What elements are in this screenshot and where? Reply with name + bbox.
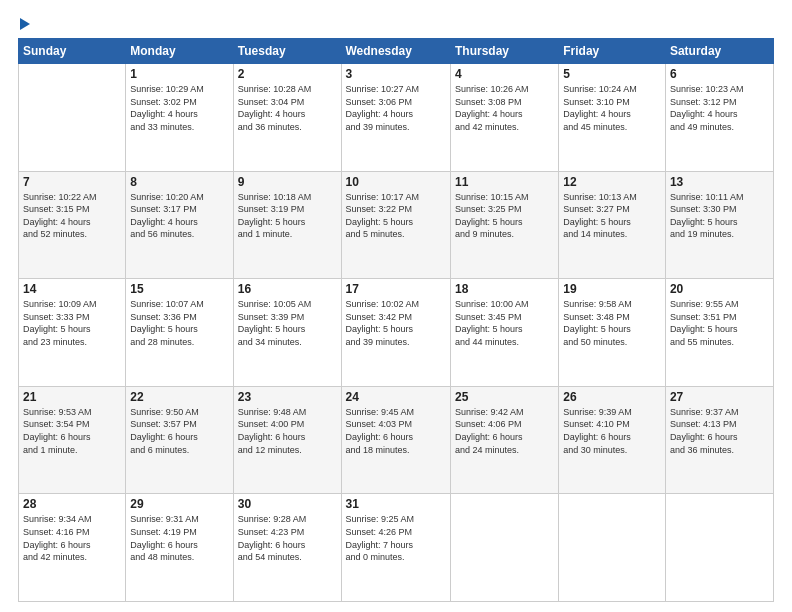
weekday-header-thursday: Thursday [450, 39, 558, 64]
calendar-cell: 30Sunrise: 9:28 AMSunset: 4:23 PMDayligh… [233, 494, 341, 602]
calendar-cell: 9Sunrise: 10:18 AMSunset: 3:19 PMDayligh… [233, 171, 341, 279]
day-info: Sunrise: 9:34 AMSunset: 4:16 PMDaylight:… [23, 513, 121, 563]
weekday-header-monday: Monday [126, 39, 233, 64]
calendar-cell: 22Sunrise: 9:50 AMSunset: 3:57 PMDayligh… [126, 386, 233, 494]
day-info: Sunrise: 9:28 AMSunset: 4:23 PMDaylight:… [238, 513, 337, 563]
calendar-cell: 18Sunrise: 10:00 AMSunset: 3:45 PMDaylig… [450, 279, 558, 387]
logo [18, 16, 30, 30]
day-number: 10 [346, 175, 446, 189]
day-number: 29 [130, 497, 228, 511]
weekday-header-sunday: Sunday [19, 39, 126, 64]
day-number: 3 [346, 67, 446, 81]
calendar-cell: 10Sunrise: 10:17 AMSunset: 3:22 PMDaylig… [341, 171, 450, 279]
calendar-cell [665, 494, 773, 602]
day-info: Sunrise: 10:28 AMSunset: 3:04 PMDaylight… [238, 83, 337, 133]
calendar-cell: 25Sunrise: 9:42 AMSunset: 4:06 PMDayligh… [450, 386, 558, 494]
calendar-cell: 31Sunrise: 9:25 AMSunset: 4:26 PMDayligh… [341, 494, 450, 602]
weekday-header-saturday: Saturday [665, 39, 773, 64]
calendar-cell: 15Sunrise: 10:07 AMSunset: 3:36 PMDaylig… [126, 279, 233, 387]
day-info: Sunrise: 9:39 AMSunset: 4:10 PMDaylight:… [563, 406, 661, 456]
day-info: Sunrise: 10:11 AMSunset: 3:30 PMDaylight… [670, 191, 769, 241]
day-info: Sunrise: 10:09 AMSunset: 3:33 PMDaylight… [23, 298, 121, 348]
day-info: Sunrise: 10:13 AMSunset: 3:27 PMDaylight… [563, 191, 661, 241]
day-info: Sunrise: 9:55 AMSunset: 3:51 PMDaylight:… [670, 298, 769, 348]
week-row-3: 14Sunrise: 10:09 AMSunset: 3:33 PMDaylig… [19, 279, 774, 387]
day-info: Sunrise: 10:23 AMSunset: 3:12 PMDaylight… [670, 83, 769, 133]
day-info: Sunrise: 10:05 AMSunset: 3:39 PMDaylight… [238, 298, 337, 348]
day-number: 19 [563, 282, 661, 296]
calendar-cell: 17Sunrise: 10:02 AMSunset: 3:42 PMDaylig… [341, 279, 450, 387]
day-number: 14 [23, 282, 121, 296]
day-number: 22 [130, 390, 228, 404]
calendar-cell: 3Sunrise: 10:27 AMSunset: 3:06 PMDayligh… [341, 64, 450, 172]
day-info: Sunrise: 9:25 AMSunset: 4:26 PMDaylight:… [346, 513, 446, 563]
day-number: 25 [455, 390, 554, 404]
week-row-2: 7Sunrise: 10:22 AMSunset: 3:15 PMDayligh… [19, 171, 774, 279]
day-number: 30 [238, 497, 337, 511]
weekday-header-row: SundayMondayTuesdayWednesdayThursdayFrid… [19, 39, 774, 64]
day-number: 24 [346, 390, 446, 404]
calendar-cell: 4Sunrise: 10:26 AMSunset: 3:08 PMDayligh… [450, 64, 558, 172]
calendar-table: SundayMondayTuesdayWednesdayThursdayFrid… [18, 38, 774, 602]
calendar-cell: 20Sunrise: 9:55 AMSunset: 3:51 PMDayligh… [665, 279, 773, 387]
day-number: 26 [563, 390, 661, 404]
week-row-1: 1Sunrise: 10:29 AMSunset: 3:02 PMDayligh… [19, 64, 774, 172]
day-info: Sunrise: 10:00 AMSunset: 3:45 PMDaylight… [455, 298, 554, 348]
day-number: 5 [563, 67, 661, 81]
day-number: 6 [670, 67, 769, 81]
day-info: Sunrise: 9:48 AMSunset: 4:00 PMDaylight:… [238, 406, 337, 456]
calendar-cell: 6Sunrise: 10:23 AMSunset: 3:12 PMDayligh… [665, 64, 773, 172]
day-info: Sunrise: 10:17 AMSunset: 3:22 PMDaylight… [346, 191, 446, 241]
day-number: 9 [238, 175, 337, 189]
day-number: 20 [670, 282, 769, 296]
day-number: 27 [670, 390, 769, 404]
day-info: Sunrise: 10:22 AMSunset: 3:15 PMDaylight… [23, 191, 121, 241]
day-info: Sunrise: 10:24 AMSunset: 3:10 PMDaylight… [563, 83, 661, 133]
calendar-cell: 23Sunrise: 9:48 AMSunset: 4:00 PMDayligh… [233, 386, 341, 494]
day-info: Sunrise: 10:15 AMSunset: 3:25 PMDaylight… [455, 191, 554, 241]
day-number: 23 [238, 390, 337, 404]
day-number: 16 [238, 282, 337, 296]
day-info: Sunrise: 10:29 AMSunset: 3:02 PMDaylight… [130, 83, 228, 133]
page: SundayMondayTuesdayWednesdayThursdayFrid… [0, 0, 792, 612]
calendar-cell: 5Sunrise: 10:24 AMSunset: 3:10 PMDayligh… [559, 64, 666, 172]
calendar-cell: 8Sunrise: 10:20 AMSunset: 3:17 PMDayligh… [126, 171, 233, 279]
calendar-cell: 7Sunrise: 10:22 AMSunset: 3:15 PMDayligh… [19, 171, 126, 279]
day-number: 8 [130, 175, 228, 189]
calendar-cell: 27Sunrise: 9:37 AMSunset: 4:13 PMDayligh… [665, 386, 773, 494]
day-number: 18 [455, 282, 554, 296]
calendar-cell: 26Sunrise: 9:39 AMSunset: 4:10 PMDayligh… [559, 386, 666, 494]
week-row-5: 28Sunrise: 9:34 AMSunset: 4:16 PMDayligh… [19, 494, 774, 602]
day-info: Sunrise: 9:45 AMSunset: 4:03 PMDaylight:… [346, 406, 446, 456]
week-row-4: 21Sunrise: 9:53 AMSunset: 3:54 PMDayligh… [19, 386, 774, 494]
calendar-cell: 13Sunrise: 10:11 AMSunset: 3:30 PMDaylig… [665, 171, 773, 279]
calendar-cell: 11Sunrise: 10:15 AMSunset: 3:25 PMDaylig… [450, 171, 558, 279]
calendar-cell: 19Sunrise: 9:58 AMSunset: 3:48 PMDayligh… [559, 279, 666, 387]
calendar-cell: 14Sunrise: 10:09 AMSunset: 3:33 PMDaylig… [19, 279, 126, 387]
day-info: Sunrise: 9:37 AMSunset: 4:13 PMDaylight:… [670, 406, 769, 456]
logo-arrow-icon [20, 18, 30, 30]
weekday-header-tuesday: Tuesday [233, 39, 341, 64]
day-number: 11 [455, 175, 554, 189]
calendar-cell [559, 494, 666, 602]
day-info: Sunrise: 10:07 AMSunset: 3:36 PMDaylight… [130, 298, 228, 348]
weekday-header-friday: Friday [559, 39, 666, 64]
day-info: Sunrise: 10:26 AMSunset: 3:08 PMDaylight… [455, 83, 554, 133]
calendar-cell [19, 64, 126, 172]
day-number: 17 [346, 282, 446, 296]
day-info: Sunrise: 10:20 AMSunset: 3:17 PMDaylight… [130, 191, 228, 241]
day-number: 1 [130, 67, 228, 81]
calendar-cell: 16Sunrise: 10:05 AMSunset: 3:39 PMDaylig… [233, 279, 341, 387]
day-number: 4 [455, 67, 554, 81]
day-info: Sunrise: 9:53 AMSunset: 3:54 PMDaylight:… [23, 406, 121, 456]
day-info: Sunrise: 9:31 AMSunset: 4:19 PMDaylight:… [130, 513, 228, 563]
calendar-cell: 28Sunrise: 9:34 AMSunset: 4:16 PMDayligh… [19, 494, 126, 602]
calendar-cell [450, 494, 558, 602]
day-number: 21 [23, 390, 121, 404]
calendar-cell: 29Sunrise: 9:31 AMSunset: 4:19 PMDayligh… [126, 494, 233, 602]
calendar-cell: 12Sunrise: 10:13 AMSunset: 3:27 PMDaylig… [559, 171, 666, 279]
day-info: Sunrise: 10:27 AMSunset: 3:06 PMDaylight… [346, 83, 446, 133]
day-number: 12 [563, 175, 661, 189]
day-info: Sunrise: 10:18 AMSunset: 3:19 PMDaylight… [238, 191, 337, 241]
day-number: 28 [23, 497, 121, 511]
